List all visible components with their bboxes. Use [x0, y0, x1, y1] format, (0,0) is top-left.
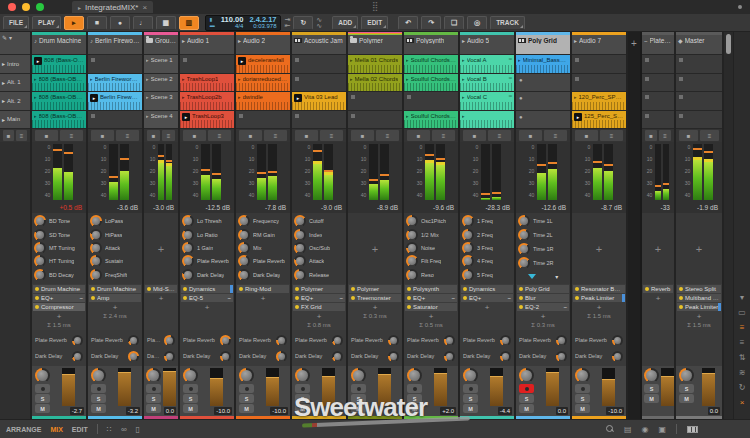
send-knob[interactable] [444, 335, 455, 346]
clip-cell[interactable] [676, 55, 722, 73]
device-enable-dot[interactable] [35, 287, 39, 291]
clip-cell[interactable]: ▸Vocal A≈ [460, 55, 514, 73]
send-knob[interactable] [556, 351, 567, 362]
device-row[interactable]: Compressor [33, 303, 85, 311]
pan-knob[interactable] [91, 368, 106, 383]
remote-knob[interactable] [238, 269, 250, 281]
mute-button[interactable]: M [183, 404, 198, 413]
clip-cell[interactable]: ▸Soulful Chords 01 B [404, 74, 458, 92]
volume-fader[interactable] [322, 368, 335, 406]
device-row[interactable]: Poly Grid [517, 285, 569, 293]
track-header-drum-machine[interactable]: ♪Drum Machine [32, 32, 86, 54]
mute-button[interactable]: M [575, 404, 590, 413]
vertical-scrollbar[interactable] [724, 32, 734, 419]
device-row[interactable]: EQ-5~ [181, 294, 233, 302]
track-header-audio-1[interactable]: ▸Audio 1 [180, 32, 234, 54]
arm-button[interactable] [519, 384, 534, 393]
add-remote-controls-button[interactable]: + [574, 215, 624, 282]
solo-button[interactable]: S [575, 394, 590, 403]
solo-button[interactable]: S [351, 394, 366, 403]
list-icon[interactable]: ≡ [740, 339, 745, 347]
send-knob[interactable] [276, 351, 287, 362]
clip-cell[interactable] [642, 92, 674, 110]
remote-knob[interactable] [294, 269, 306, 281]
stop-clips-button[interactable]: ■ [295, 130, 318, 141]
clip-cell[interactable]: ▸decelerarefall [236, 55, 290, 73]
arm-button[interactable] [407, 384, 422, 393]
device-enable-dot[interactable] [679, 305, 683, 309]
browser-list-icon[interactable]: ≡ [740, 324, 745, 332]
alt-launch-button[interactable]: ≡ [162, 130, 175, 141]
punch-out-icon[interactable]: ⇤ [284, 23, 290, 29]
clip-cell[interactable] [180, 55, 234, 73]
arm-button[interactable] [575, 384, 590, 393]
arm-button[interactable] [295, 384, 310, 393]
add-device-button[interactable]: + [573, 303, 625, 311]
device-enable-dot[interactable] [463, 287, 467, 291]
device-row[interactable]: EQ+~ [461, 294, 513, 302]
remote-knob[interactable] [238, 255, 250, 267]
remote-knob[interactable] [462, 269, 474, 281]
solo-button[interactable]: S [183, 394, 198, 403]
remote-knob[interactable] [462, 242, 474, 254]
stop-all-clips-button[interactable]: ■ [3, 130, 14, 141]
device-enable-dot[interactable] [407, 296, 411, 300]
play-menu-button[interactable]: PLAY [32, 16, 61, 30]
remote-knob[interactable] [238, 242, 250, 254]
add-remote-controls-button[interactable]: + [350, 215, 400, 282]
link-icon[interactable]: ∞ [121, 425, 127, 434]
solo-button[interactable]: S [519, 394, 534, 403]
device-row[interactable]: EQ+~ [405, 294, 457, 302]
clip-cell[interactable]: ▸120_Perc_SPFT_13 [572, 92, 626, 110]
project-tab[interactable]: ▸ IntegratedMIX* × [72, 1, 153, 13]
clip-cell[interactable]: ▸125_Perc_SPFT_11 [572, 111, 626, 129]
add-track-column[interactable]: + [628, 32, 642, 419]
add-device-button[interactable]: + [405, 312, 457, 320]
remote-knob[interactable] [406, 255, 418, 267]
device-row[interactable]: Drum Machine [89, 285, 141, 293]
solo-button[interactable]: S [644, 384, 659, 393]
remote-knob[interactable] [238, 229, 250, 241]
device-enable-dot[interactable] [239, 287, 243, 291]
pencil-tool-icon[interactable]: ✎ [2, 34, 7, 41]
arm-button[interactable] [91, 384, 106, 393]
remote-knob[interactable] [518, 257, 530, 269]
clip-cell[interactable]: ▸Scene 3 [144, 92, 178, 110]
clip-cell[interactable] [236, 111, 290, 129]
add-device-button[interactable]: + [293, 312, 345, 320]
add-track-button[interactable]: + [628, 32, 640, 54]
device-row[interactable]: FX Grid [293, 303, 345, 311]
stop-clips-button[interactable]: ■ [519, 130, 542, 141]
alt-launch-button[interactable]: ≡ [488, 130, 511, 141]
clip-cell[interactable]: ▸808 (Bass-OB) - H… [32, 92, 86, 110]
pan-knob[interactable] [295, 368, 310, 383]
stop-clips-button[interactable]: ■ [407, 130, 430, 141]
track-header-acoustic-jam[interactable]: Acoustic Jam [292, 32, 346, 54]
send-knob[interactable] [72, 351, 83, 362]
track-menu-button[interactable]: TRACK [490, 16, 525, 30]
send-knob[interactable] [128, 351, 139, 362]
stop-button[interactable]: ■ [87, 16, 107, 30]
remote-knob[interactable] [34, 215, 46, 227]
alt-launch-button[interactable]: ≡ [376, 130, 399, 141]
clip-cell[interactable] [572, 55, 626, 73]
file-menu-button[interactable]: FILE [3, 16, 29, 30]
track-header-berlin-firework-kit[interactable]: ♪Berlin Firework Kit [88, 32, 142, 54]
alt-launch-button[interactable]: ≡ [116, 130, 139, 141]
arrange-view-button[interactable]: ARRANGE [6, 426, 41, 433]
send-knob[interactable] [388, 335, 399, 346]
clip-cell[interactable]: ▸Berlin Firework B… [88, 74, 142, 92]
project-tab-close-icon[interactable]: × [142, 3, 147, 12]
send-knob[interactable] [500, 351, 511, 362]
clip-cell[interactable] [292, 111, 346, 129]
remote-knob[interactable] [462, 215, 474, 227]
stop-clips-button[interactable]: ■ [645, 130, 657, 141]
scene-launch-alt-1[interactable]: ▸Alt. 1 [0, 74, 30, 92]
clip-cell[interactable]: ● [516, 92, 570, 110]
alt-launch-button[interactable]: ≡ [320, 130, 343, 141]
remote-knob[interactable] [182, 242, 194, 254]
remote-knob[interactable] [34, 255, 46, 267]
pad-notes-icon[interactable]: ▤ [624, 425, 632, 434]
clip-cell[interactable] [292, 74, 346, 92]
pan-knob[interactable] [463, 368, 478, 383]
